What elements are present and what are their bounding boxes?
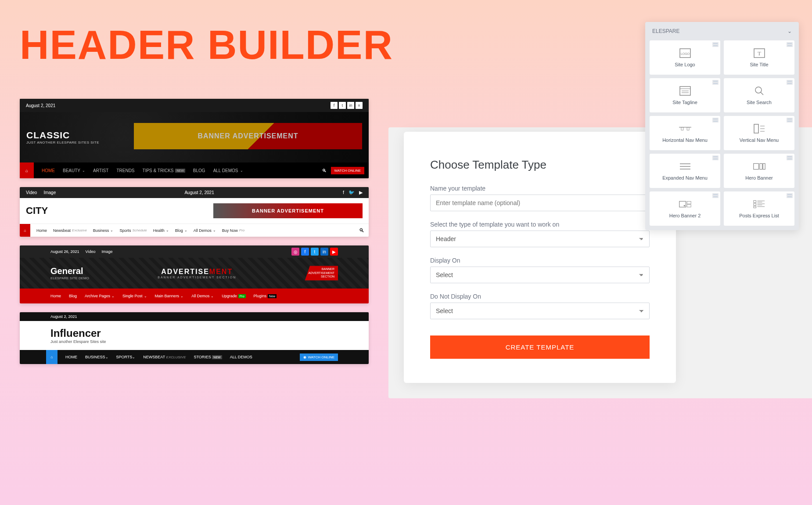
- widgets-header[interactable]: ELESPARE ⌄: [650, 22, 794, 40]
- nav-trends[interactable]: TRENDS: [116, 168, 134, 173]
- nav-beauty[interactable]: BEAUTY⌄: [63, 168, 85, 173]
- widget-site-title[interactable]: T Site Title: [724, 40, 794, 75]
- city-hero: CITY BANNER ADVERTISEMENT: [20, 198, 369, 224]
- nav-newsbeat[interactable]: Newsbeat Exclusive: [53, 228, 87, 233]
- svg-rect-30: [753, 203, 756, 206]
- nav-health[interactable]: Health⌄: [153, 228, 169, 233]
- influencer-nav: ⌂ HOME BUSINESS⌄ SPORTS⌄ NEWSBEAT EXCLUS…: [20, 350, 369, 364]
- widget-label: Site Logo: [675, 62, 695, 67]
- nav-business[interactable]: BUSINESS⌄: [85, 355, 108, 359]
- nav-blog[interactable]: Blog: [69, 294, 77, 298]
- widget-hero-banner[interactable]: Hero Banner: [724, 154, 794, 188]
- facebook-icon[interactable]: f: [343, 190, 344, 195]
- classic-date: August 2, 2021: [26, 103, 55, 108]
- svg-rect-33: [753, 206, 756, 208]
- nav-tips[interactable]: TIPS & TRICKS NEW: [143, 168, 185, 173]
- nav-home[interactable]: HOME: [42, 168, 55, 173]
- widget-horizontal-nav[interactable]: Horizontal Nav Menu: [650, 116, 720, 150]
- classic-banner-ad: BANNER ADVERTISEMENT: [134, 123, 362, 149]
- chevron-down-icon: ⌄: [82, 169, 85, 173]
- nav-business[interactable]: Business⌄: [93, 228, 114, 233]
- youtube-icon[interactable]: ▶: [359, 190, 363, 195]
- instagram-icon[interactable]: ◎: [291, 248, 299, 256]
- nav-upgrade[interactable]: Upgrade Pro: [222, 294, 245, 298]
- watch-online-button[interactable]: WATCH ONLINE: [331, 167, 364, 174]
- ad-badge-l3: SECTION: [309, 275, 334, 278]
- search-icon[interactable]: 🔍︎: [359, 227, 364, 234]
- general-hero: General ELESPARE SITE DEMO ADVERTISEMENT…: [20, 258, 369, 289]
- twitter-icon[interactable]: t: [339, 102, 346, 109]
- nav-blog[interactable]: Blog⌄: [175, 228, 187, 233]
- chevron-down-icon: ⌄: [184, 228, 187, 232]
- svg-text:T: T: [758, 50, 761, 57]
- widget-label: Horizontal Nav Menu: [662, 137, 708, 143]
- widget-site-search[interactable]: Site Search: [724, 78, 794, 112]
- pro-label: Pro: [239, 228, 244, 232]
- nav-artist[interactable]: ARTIST: [93, 168, 108, 173]
- linkedin-icon[interactable]: in: [320, 248, 328, 256]
- nav-demos[interactable]: ALL DEMOS: [230, 355, 252, 359]
- search-icon[interactable]: 🔍︎: [322, 168, 327, 173]
- nav-single[interactable]: Single Post⌄: [122, 294, 147, 298]
- nav-home[interactable]: HOME: [65, 355, 77, 359]
- display-on-select[interactable]: Select: [430, 267, 650, 283]
- widget-vertical-nav[interactable]: Vertical Nav Menu: [724, 116, 794, 150]
- do-not-display-select[interactable]: Select: [430, 303, 650, 319]
- create-template-button[interactable]: CREATE TEMPLATE: [430, 335, 650, 359]
- svg-rect-27: [753, 201, 756, 203]
- top-link-image[interactable]: Image: [43, 190, 56, 195]
- top-link-video[interactable]: Video: [26, 190, 37, 195]
- home-icon[interactable]: ⌂: [20, 224, 30, 237]
- menu-icon[interactable]: ≡: [356, 102, 363, 109]
- nav-sports[interactable]: Sports Schedule: [119, 228, 147, 233]
- chevron-down-icon: ⌄: [213, 228, 216, 232]
- classic-title: CLASSIC: [26, 130, 99, 141]
- nav-sports[interactable]: SPORTS⌄: [116, 355, 136, 359]
- nav-archive[interactable]: Archive Pages⌄: [85, 294, 115, 298]
- right-column: Choose Template Type Name your template …: [404, 99, 790, 383]
- facebook-icon[interactable]: f: [301, 248, 309, 256]
- banner-ad-text: BANNER ADVERTISEMENT: [252, 208, 324, 213]
- nav-blog[interactable]: BLOG: [193, 168, 205, 173]
- widget-site-logo[interactable]: LOGO Site Logo: [650, 40, 720, 75]
- widget-hero-banner-2[interactable]: Hero Banner 2: [650, 191, 720, 226]
- preview-influencer: August 2, 2021 Influencer Just another E…: [20, 312, 369, 364]
- classic-socials: f t in ≡: [331, 102, 363, 109]
- home-icon[interactable]: ⌂: [46, 350, 57, 364]
- template-type-select[interactable]: Header: [430, 231, 650, 247]
- nav-plugins[interactable]: Plugins New: [254, 294, 277, 298]
- general-ad: ADVERTISEMENT BANNER ADVERTISEMENT SECTI…: [158, 268, 236, 279]
- nav-banners[interactable]: Main Banners⌄: [155, 294, 184, 298]
- general-subtitle: ELESPARE SITE DEMO: [50, 276, 89, 280]
- chevron-down-icon: ⌄: [787, 28, 792, 34]
- twitter-icon[interactable]: 🐦: [349, 190, 355, 195]
- form-title: Choose Template Type: [430, 158, 650, 172]
- new-badge: New: [268, 294, 277, 298]
- template-name-input[interactable]: [430, 195, 650, 211]
- youtube-icon[interactable]: ▶: [330, 248, 338, 256]
- nav-home[interactable]: Home: [36, 228, 47, 233]
- top-link-video[interactable]: Video: [86, 249, 96, 254]
- nav-newsbeat[interactable]: NEWSBEAT EXCLUSIVE: [143, 355, 186, 359]
- widget-site-tagline[interactable]: Site Tagline: [650, 78, 720, 112]
- nav-demos[interactable]: All Demos⌄: [194, 228, 216, 233]
- preview-classic: August 2, 2021 f t in ≡ CLASSIC JUST ANO…: [20, 99, 369, 178]
- nav-home[interactable]: Home: [50, 294, 61, 298]
- ad-badge-l2: ADVERTISEMENT: [309, 271, 334, 275]
- twitter-icon[interactable]: t: [311, 248, 319, 256]
- linkedin-icon[interactable]: in: [347, 102, 354, 109]
- nav-stories[interactable]: STORIES NEW: [194, 355, 222, 359]
- facebook-icon[interactable]: f: [331, 102, 338, 109]
- nav-demos[interactable]: ALL DEMOS⌄: [213, 168, 243, 173]
- top-link-image[interactable]: Image: [101, 249, 112, 254]
- watch-online-button[interactable]: ◉WATCH ONLINE: [300, 354, 338, 361]
- preview-general: August 26, 2021VideoImage ◎ f t in ▶ Gen…: [20, 245, 369, 303]
- nav-demos[interactable]: All Demos⌄: [191, 294, 214, 298]
- nav-buy[interactable]: Buy Now Pro: [222, 228, 244, 233]
- ad-title-2: MENT: [209, 268, 233, 275]
- general-nav: Home Blog Archive Pages⌄ Single Post⌄ Ma…: [20, 289, 369, 303]
- widget-posts-express[interactable]: Posts Express List: [724, 191, 794, 226]
- widget-expanded-nav[interactable]: Expanded Nav Menu: [650, 154, 720, 188]
- new-badge: NEW: [212, 355, 222, 359]
- home-icon[interactable]: ⌂: [20, 162, 34, 178]
